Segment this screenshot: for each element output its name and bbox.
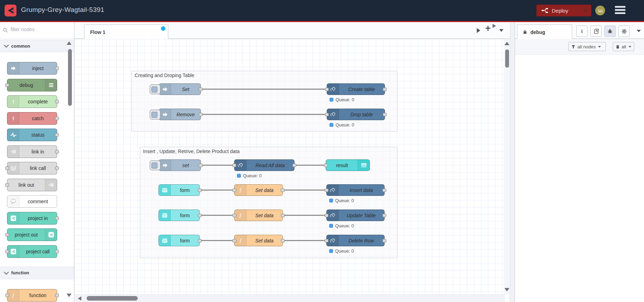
output-port[interactable] [55,117,59,120]
output-port[interactable] [55,217,59,220]
flow-node-fx-set-data-1[interactable]: ƒSet data [234,184,283,196]
palette-scroll-up-arrow[interactable] [67,41,72,45]
output-port[interactable] [382,214,386,217]
wire[interactable] [199,89,328,90]
flow-node-pg-create-table[interactable]: Create table [327,83,385,95]
output-port[interactable] [198,188,202,192]
input-port[interactable] [5,250,9,253]
output-port[interactable] [292,164,296,167]
input-port[interactable] [232,214,236,217]
input-port[interactable] [5,294,9,297]
input-port[interactable] [325,188,328,192]
wire[interactable] [293,165,327,166]
palette-node-project-out[interactable]: project out [7,228,57,241]
flow-menu-caret[interactable] [499,29,503,32]
input-port[interactable] [5,83,9,87]
input-port[interactable] [325,214,328,217]
inject-button[interactable] [150,160,161,170]
output-port[interactable] [55,250,59,253]
input-port[interactable] [232,164,236,167]
output-port[interactable] [199,88,203,91]
input-port[interactable] [232,239,236,242]
category-common[interactable]: common [0,40,74,52]
output-port[interactable] [199,113,203,116]
add-flow-button[interactable]: + [485,24,491,33]
flow-node-form-2[interactable]: form [158,210,200,221]
clear-debug-dropdown[interactable]: all [613,42,634,51]
tab-debug[interactable]: debug [517,25,572,39]
palette-node-function[interactable]: ƒfunction [7,289,57,302]
flow-node-form-3[interactable]: form [158,235,200,246]
palette-node-project-call[interactable]: project call [7,245,57,258]
sidebar-splitter[interactable] [510,22,515,302]
deploy-options-caret[interactable] [584,10,587,12]
palette-node-complete[interactable]: !complete [7,95,57,108]
app-logo-icon[interactable] [5,5,16,16]
input-port[interactable] [325,113,329,116]
palette-node-link-call[interactable]: link call [7,162,57,174]
output-port[interactable] [55,100,59,103]
help-sidebar-button[interactable] [590,26,602,37]
input-port[interactable] [325,239,328,242]
wire[interactable] [199,165,236,166]
user-avatar[interactable]: su [595,6,605,15]
flow-node-pg-insert-data[interactable]: Insert data [326,184,385,196]
open-flow-list-icon[interactable] [477,28,480,33]
scroll-right-arrow[interactable] [493,24,496,28]
output-port[interactable] [281,188,285,192]
output-port[interactable] [281,239,285,242]
palette-node-debug[interactable]: debug [7,79,57,91]
flow-node-pg-delete-row[interactable]: Delete Row [326,235,385,246]
wire[interactable] [199,114,328,115]
flow-grid[interactable]: Creating and Droping TableInsert , Updat… [74,39,510,302]
wire[interactable] [282,240,328,241]
output-port[interactable] [55,133,59,137]
scroll-up-arrow[interactable] [504,42,509,45]
flow-node-pg-update-table[interactable]: Update Table [326,210,385,221]
tab-flow-1[interactable]: Flow 1 [84,25,168,39]
flow-node-pg-drop-table[interactable]: Drop table [327,109,385,120]
palette-node-link-in[interactable]: link in [7,145,57,158]
flow-node-inject-set[interactable]: Set [159,83,201,95]
inject-button[interactable] [150,110,161,119]
output-port[interactable] [281,214,285,217]
wire[interactable] [282,190,328,191]
group-creating-and-droping-table[interactable]: Creating and Droping Table [131,71,398,132]
input-port[interactable] [5,166,9,170]
output-port[interactable] [383,88,387,91]
output-port[interactable] [198,214,202,217]
output-port[interactable] [383,113,387,116]
output-port[interactable] [55,67,59,70]
output-port[interactable] [198,239,202,242]
palette-node-status[interactable]: status [7,129,57,141]
flow-node-fx-set-data-2[interactable]: ƒSet data [234,210,283,221]
wire[interactable] [282,215,328,216]
palette-node-catch[interactable]: !catch [7,112,57,125]
output-port[interactable] [382,239,386,242]
category-function[interactable]: function [0,267,74,279]
wire[interactable] [198,215,236,216]
palette-node-link-out[interactable]: link out [7,179,57,191]
flow-node-inject-remove[interactable]: Remove [159,109,201,120]
main-menu-button[interactable] [615,6,625,15]
flow-node-pg-read-all-data[interactable]: Read All data [234,159,294,171]
palette-node-comment[interactable]: comment [7,195,57,208]
flow-node-form-1[interactable]: form [158,184,200,196]
input-port[interactable] [232,188,236,192]
filter-nodes-dropdown[interactable]: all nodes [568,42,606,51]
scroll-left-arrow[interactable] [78,296,81,301]
palette-node-inject[interactable]: inject [7,62,57,75]
flow-node-debug-result[interactable]: result [326,159,370,171]
output-port[interactable] [199,164,203,167]
output-port[interactable] [55,150,59,153]
output-port[interactable] [382,188,386,192]
deploy-button[interactable]: Deploy [536,5,591,16]
inject-button[interactable] [150,84,161,94]
wire[interactable] [198,190,236,191]
wire[interactable] [198,240,236,241]
vscrollbar-thumb[interactable] [505,49,509,68]
scroll-down-arrow[interactable] [504,288,509,291]
input-port[interactable] [325,88,329,91]
palette-node-project-in[interactable]: project in [7,212,57,225]
input-port[interactable] [324,164,328,167]
